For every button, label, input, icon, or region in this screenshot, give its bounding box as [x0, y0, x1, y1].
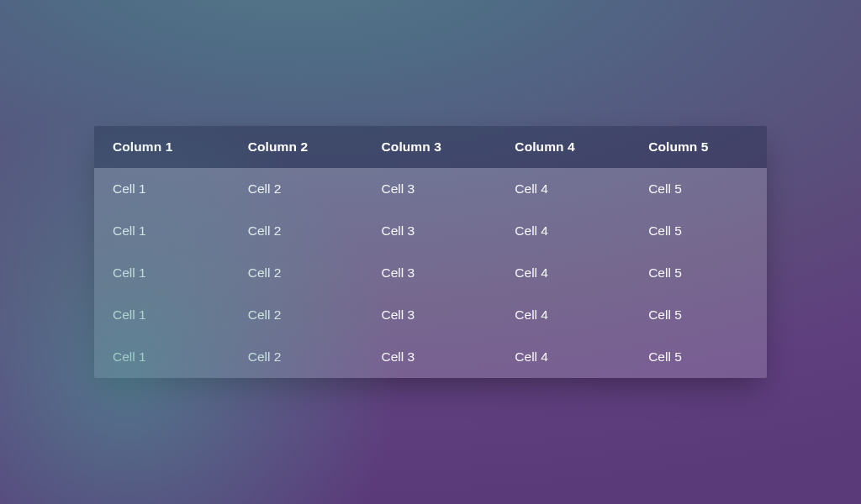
- column-header: Column 3: [367, 126, 500, 168]
- table-cell: Cell 5: [633, 252, 767, 294]
- column-header: Column 5: [633, 126, 767, 168]
- data-table-container: Column 1 Column 2 Column 3 Column 4 Colu…: [94, 126, 767, 378]
- table-cell: Cell 4: [499, 294, 633, 336]
- table-row: Cell 1 Cell 2 Cell 3 Cell 4 Cell 5: [94, 168, 767, 210]
- table-cell: Cell 5: [633, 294, 767, 336]
- table-cell: Cell 3: [367, 336, 500, 378]
- table-cell: Cell 2: [233, 168, 367, 210]
- table-row: Cell 1 Cell 2 Cell 3 Cell 4 Cell 5: [94, 210, 767, 252]
- table-cell: Cell 1: [94, 336, 233, 378]
- table-cell: Cell 4: [499, 168, 633, 210]
- table-cell: Cell 5: [633, 336, 767, 378]
- data-table: Column 1 Column 2 Column 3 Column 4 Colu…: [94, 126, 767, 378]
- table-cell: Cell 1: [94, 252, 233, 294]
- table-cell: Cell 1: [94, 210, 233, 252]
- table-row: Cell 1 Cell 2 Cell 3 Cell 4 Cell 5: [94, 252, 767, 294]
- column-header: Column 2: [233, 126, 367, 168]
- table-row: Cell 1 Cell 2 Cell 3 Cell 4 Cell 5: [94, 336, 767, 378]
- table-cell: Cell 1: [94, 294, 233, 336]
- table-cell: Cell 4: [499, 336, 633, 378]
- column-header: Column 4: [499, 126, 633, 168]
- table-cell: Cell 2: [233, 252, 367, 294]
- table-cell: Cell 2: [233, 210, 367, 252]
- table-cell: Cell 3: [367, 252, 500, 294]
- table-header-row: Column 1 Column 2 Column 3 Column 4 Colu…: [94, 126, 767, 168]
- table-cell: Cell 3: [367, 294, 500, 336]
- table-cell: Cell 5: [633, 210, 767, 252]
- table-cell: Cell 1: [94, 168, 233, 210]
- column-header: Column 1: [94, 126, 233, 168]
- table-cell: Cell 4: [499, 210, 633, 252]
- table-cell: Cell 5: [633, 168, 767, 210]
- table-cell: Cell 2: [233, 336, 367, 378]
- table-cell: Cell 3: [367, 168, 500, 210]
- table-cell: Cell 4: [499, 252, 633, 294]
- table-cell: Cell 3: [367, 210, 500, 252]
- table-row: Cell 1 Cell 2 Cell 3 Cell 4 Cell 5: [94, 294, 767, 336]
- table-cell: Cell 2: [233, 294, 367, 336]
- table-body: Cell 1 Cell 2 Cell 3 Cell 4 Cell 5 Cell …: [94, 168, 767, 378]
- table-header: Column 1 Column 2 Column 3 Column 4 Colu…: [94, 126, 767, 168]
